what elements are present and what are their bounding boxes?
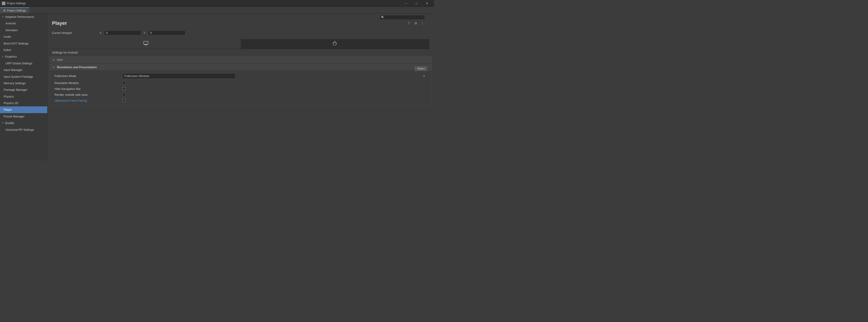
sidebar-item-burst-aot[interactable]: Burst AOT Settings bbox=[0, 40, 47, 47]
render-outside-safe-checkbox[interactable] bbox=[122, 93, 126, 96]
icon-section-title: Icon bbox=[57, 58, 63, 62]
sidebar-label: Player bbox=[4, 107, 12, 112]
fullscreen-mode-label: Fullscreen Mode bbox=[55, 74, 122, 78]
sidebar-item-player[interactable]: Player bbox=[0, 106, 47, 113]
sidebar-item-quality[interactable]: ▼ Quality bbox=[0, 120, 47, 126]
sidebar-label: Audio bbox=[4, 34, 11, 39]
sidebar-item-package-manager[interactable]: Package Manager bbox=[0, 86, 47, 93]
platform-tabs bbox=[52, 39, 430, 49]
cursor-hotspot-label: Cursor Hotspot bbox=[52, 31, 97, 35]
settings-for-label: Settings for Android bbox=[48, 49, 434, 56]
sidebar-item-graphics[interactable]: ▼ Graphics bbox=[0, 53, 47, 60]
sidebar-label: Editor bbox=[4, 47, 11, 52]
resolution-section-content: Fullscreen Mode Fullscreen Window Window… bbox=[50, 70, 432, 105]
sidebar-label: Input Manager bbox=[4, 67, 23, 72]
sidebar-label: Android bbox=[5, 21, 16, 26]
triangle-icon: ▼ bbox=[2, 15, 4, 19]
x-coord-group: X bbox=[99, 30, 141, 35]
triangle-icon: ▼ bbox=[2, 55, 4, 58]
player-header: Player ? ⚙ ⋮ bbox=[48, 16, 434, 29]
optimized-frame-pacing-label[interactable]: Optimized Frame Pacing bbox=[55, 99, 122, 102]
sidebar-item-input-system-package[interactable]: Input System Package bbox=[0, 73, 47, 80]
fullscreen-mode-dropdown[interactable]: Fullscreen Window Windowed Maximized Win… bbox=[122, 73, 236, 79]
window-title: Project Settings bbox=[7, 2, 26, 5]
tab-label: Project Settings bbox=[7, 9, 26, 12]
sidebar-item-editor[interactable]: Editor bbox=[0, 47, 47, 53]
sidebar-label: Simulator bbox=[5, 28, 18, 33]
sidebar-item-preset-manager[interactable]: Preset Manager bbox=[0, 113, 47, 120]
optimized-frame-pacing-row: Optimized Frame Pacing bbox=[50, 98, 432, 103]
triangle-icon: ▼ bbox=[2, 121, 4, 124]
sidebar-label: Universal RP Settings bbox=[5, 127, 34, 132]
x-label: X bbox=[99, 31, 103, 35]
icon-section-header[interactable]: ► Icon bbox=[50, 57, 432, 63]
optimized-frame-pacing-checkbox[interactable] bbox=[122, 99, 126, 102]
svg-point-5 bbox=[334, 41, 334, 42]
sidebar-label: Graphics bbox=[5, 54, 17, 59]
render-outside-safe-control bbox=[122, 93, 427, 96]
settings-icon-button[interactable]: ⚙ bbox=[413, 21, 418, 26]
sidebar-item-memory-settings[interactable]: Memory Settings bbox=[0, 80, 47, 86]
app-icon bbox=[2, 2, 5, 5]
sidebar-label: Input System Package bbox=[4, 74, 33, 79]
close-button[interactable]: ✕ bbox=[422, 0, 432, 7]
sidebar-label: Physics bbox=[4, 94, 14, 99]
hide-nav-bar-control bbox=[122, 87, 427, 90]
optimized-frame-pacing-control bbox=[122, 99, 427, 102]
sidebar-item-adaptive-performance[interactable]: ▼ Adaptive Performance bbox=[0, 13, 47, 20]
sidebar-label: Physics 2D bbox=[4, 101, 18, 106]
resolution-section: ▼ Resolution and Presentation Fullscreen… bbox=[50, 64, 432, 105]
main-layout: ▼ Adaptive Performance Android Simulator… bbox=[0, 13, 434, 160]
svg-point-6 bbox=[335, 41, 335, 42]
resizable-window-checkbox[interactable] bbox=[122, 81, 126, 84]
resolution-section-title: Resolution and Presentation bbox=[57, 66, 97, 69]
project-settings-tab[interactable]: ⚙ Project Settings bbox=[0, 7, 29, 13]
hide-nav-bar-label: Hide Navigation Bar bbox=[55, 87, 122, 91]
sidebar-label: URP Global Settings bbox=[5, 61, 32, 66]
sidebar-item-android[interactable]: Android bbox=[0, 20, 47, 27]
tab-bar: ⚙ Project Settings bbox=[0, 7, 434, 13]
sidebar-item-universal-rp[interactable]: Universal RP Settings bbox=[0, 127, 47, 133]
x-input[interactable] bbox=[104, 30, 141, 35]
sidebar-label: Memory Settings bbox=[4, 81, 26, 86]
sidebar-label: Preset Manager bbox=[4, 114, 25, 119]
title-bar-left: Project Settings bbox=[2, 2, 26, 5]
y-coord-group: Y bbox=[144, 30, 185, 35]
tab-icon: ⚙ bbox=[3, 9, 6, 12]
sidebar-item-urp-global[interactable]: URP Global Settings bbox=[0, 60, 47, 67]
sidebar-item-physics[interactable]: Physics bbox=[0, 93, 47, 100]
resolution-section-header[interactable]: ▼ Resolution and Presentation bbox=[50, 64, 432, 70]
more-button[interactable]: ⋮ bbox=[420, 21, 425, 26]
select-button[interactable]: Select bbox=[415, 66, 427, 71]
search-input[interactable] bbox=[380, 15, 425, 20]
sidebar-item-input-manager[interactable]: Input Manager bbox=[0, 67, 47, 73]
cursor-hotspot-container: Select Cursor Hotspot X Y bbox=[48, 29, 434, 37]
maximize-button[interactable]: □ bbox=[411, 0, 422, 7]
render-outside-safe-row: Render outside safe area bbox=[50, 92, 432, 98]
search-icon: 🔍 bbox=[381, 16, 384, 19]
android-icon bbox=[333, 41, 337, 47]
platform-tab-desktop[interactable] bbox=[52, 39, 241, 49]
page-title: Player bbox=[52, 20, 67, 26]
sidebar-item-physics-2d[interactable]: Physics 2D bbox=[0, 100, 47, 106]
title-bar: Project Settings ─ □ ✕ bbox=[0, 0, 434, 7]
minimize-button[interactable]: ─ bbox=[401, 0, 411, 7]
svg-rect-2 bbox=[144, 41, 148, 44]
collapse-icon: ► bbox=[53, 59, 55, 61]
content-area: 🔍 Player ? ⚙ ⋮ Select Cursor Hotspot X bbox=[48, 13, 434, 160]
resizable-window-control bbox=[122, 81, 427, 84]
help-button[interactable]: ? bbox=[406, 21, 411, 26]
sidebar-label: Quality bbox=[5, 120, 14, 126]
icon-section: ► Icon bbox=[50, 57, 432, 63]
sidebar-item-simulator[interactable]: Simulator bbox=[0, 27, 47, 33]
sidebar-label: Package Manager bbox=[4, 87, 28, 92]
fullscreen-dropdown-wrapper: Fullscreen Window Windowed Maximized Win… bbox=[122, 73, 427, 79]
y-label: Y bbox=[144, 31, 147, 35]
y-input[interactable] bbox=[148, 30, 185, 35]
platform-tab-android[interactable] bbox=[241, 39, 430, 49]
hide-nav-bar-checkbox[interactable] bbox=[122, 87, 126, 90]
resizable-window-label: Resizable Window bbox=[55, 81, 122, 85]
sidebar-item-audio[interactable]: Audio bbox=[0, 33, 47, 40]
fullscreen-mode-control: Fullscreen Window Windowed Maximized Win… bbox=[122, 73, 427, 79]
cursor-hotspot-row: Cursor Hotspot X Y bbox=[48, 29, 434, 37]
